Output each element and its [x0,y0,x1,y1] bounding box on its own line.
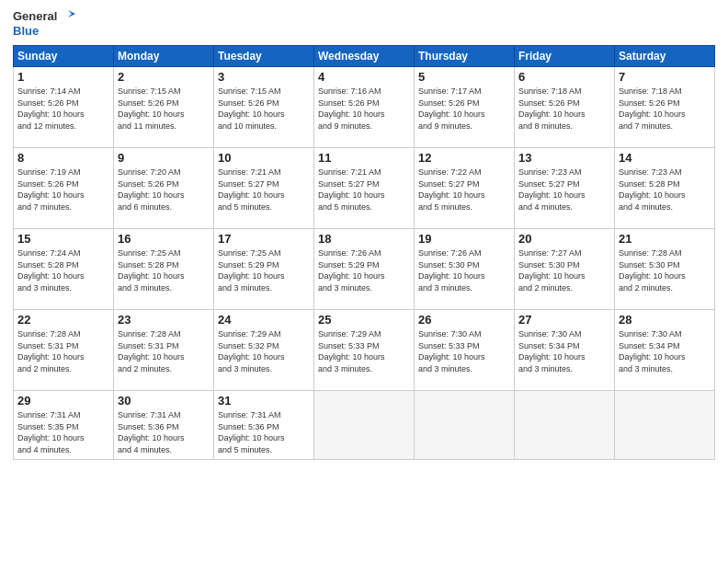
day-info: Sunrise: 7:30 AM Sunset: 5:33 PM Dayligh… [418,328,510,374]
calendar-day-cell [515,391,615,459]
day-number: 30 [118,394,210,408]
logo-bird-icon [59,10,75,23]
day-info: Sunrise: 7:14 AM Sunset: 5:26 PM Dayligh… [17,86,109,132]
day-info: Sunrise: 7:22 AM Sunset: 5:27 PM Dayligh… [418,167,510,213]
day-info: Sunrise: 7:26 AM Sunset: 5:29 PM Dayligh… [318,247,410,293]
day-number: 9 [118,151,210,165]
day-info: Sunrise: 7:24 AM Sunset: 5:28 PM Dayligh… [17,247,109,293]
calendar-day-cell: 18Sunrise: 7:26 AM Sunset: 5:29 PM Dayli… [314,229,415,310]
day-number: 20 [518,232,610,246]
day-number: 21 [619,232,711,246]
day-info: Sunrise: 7:23 AM Sunset: 5:28 PM Dayligh… [619,167,711,213]
day-info: Sunrise: 7:15 AM Sunset: 5:26 PM Dayligh… [118,86,210,132]
day-info: Sunrise: 7:19 AM Sunset: 5:26 PM Dayligh… [17,167,109,213]
day-number: 22 [17,313,109,327]
day-info: Sunrise: 7:15 AM Sunset: 5:26 PM Dayligh… [218,86,310,132]
day-header-friday: Friday [515,46,615,67]
day-info: Sunrise: 7:17 AM Sunset: 5:26 PM Dayligh… [418,86,510,132]
day-info: Sunrise: 7:28 AM Sunset: 5:30 PM Dayligh… [619,247,711,293]
day-number: 27 [518,313,610,327]
day-header-wednesday: Wednesday [314,46,415,67]
day-info: Sunrise: 7:28 AM Sunset: 5:31 PM Dayligh… [17,328,109,374]
calendar-day-cell [415,391,515,459]
calendar-day-cell: 8Sunrise: 7:19 AM Sunset: 5:26 PM Daylig… [14,148,114,229]
day-info: Sunrise: 7:27 AM Sunset: 5:30 PM Dayligh… [518,247,610,293]
day-number: 24 [218,313,310,327]
day-info: Sunrise: 7:18 AM Sunset: 5:26 PM Dayligh… [518,86,610,132]
calendar-day-cell: 27Sunrise: 7:30 AM Sunset: 5:34 PM Dayli… [515,310,615,391]
calendar-day-cell: 13Sunrise: 7:23 AM Sunset: 5:27 PM Dayli… [515,148,615,229]
calendar-day-cell: 15Sunrise: 7:24 AM Sunset: 5:28 PM Dayli… [14,229,114,310]
day-header-monday: Monday [114,46,214,67]
calendar-week-row: 29Sunrise: 7:31 AM Sunset: 5:35 PM Dayli… [14,391,715,459]
day-info: Sunrise: 7:21 AM Sunset: 5:27 PM Dayligh… [318,167,410,213]
calendar-day-cell: 5Sunrise: 7:17 AM Sunset: 5:26 PM Daylig… [415,67,515,148]
calendar-day-cell: 14Sunrise: 7:23 AM Sunset: 5:28 PM Dayli… [615,148,715,229]
day-number: 8 [17,151,109,165]
calendar-day-cell: 26Sunrise: 7:30 AM Sunset: 5:33 PM Dayli… [415,310,515,391]
calendar-day-cell: 23Sunrise: 7:28 AM Sunset: 5:31 PM Dayli… [114,310,214,391]
day-header-thursday: Thursday [415,46,515,67]
day-info: Sunrise: 7:25 AM Sunset: 5:29 PM Dayligh… [218,247,310,293]
day-number: 2 [118,70,210,84]
calendar-day-cell: 17Sunrise: 7:25 AM Sunset: 5:29 PM Dayli… [214,229,314,310]
day-number: 19 [418,232,510,246]
day-number: 31 [218,394,310,408]
calendar-day-cell: 12Sunrise: 7:22 AM Sunset: 5:27 PM Dayli… [415,148,515,229]
day-number: 11 [318,151,410,165]
day-number: 25 [318,313,410,327]
calendar-week-row: 1Sunrise: 7:14 AM Sunset: 5:26 PM Daylig… [14,67,715,148]
day-number: 3 [218,70,310,84]
header: General Blue [13,9,715,38]
day-info: Sunrise: 7:31 AM Sunset: 5:36 PM Dayligh… [218,409,310,455]
calendar-day-cell: 19Sunrise: 7:26 AM Sunset: 5:30 PM Dayli… [415,229,515,310]
calendar-table: SundayMondayTuesdayWednesdayThursdayFrid… [13,45,715,459]
day-number: 17 [218,232,310,246]
day-info: Sunrise: 7:18 AM Sunset: 5:26 PM Dayligh… [619,86,711,132]
day-number: 14 [619,151,711,165]
day-info: Sunrise: 7:29 AM Sunset: 5:33 PM Dayligh… [318,328,410,374]
day-info: Sunrise: 7:30 AM Sunset: 5:34 PM Dayligh… [619,328,711,374]
day-number: 29 [17,394,109,408]
calendar-day-cell: 21Sunrise: 7:28 AM Sunset: 5:30 PM Dayli… [615,229,715,310]
day-number: 4 [318,70,410,84]
day-info: Sunrise: 7:25 AM Sunset: 5:28 PM Dayligh… [118,247,210,293]
calendar-day-cell: 10Sunrise: 7:21 AM Sunset: 5:27 PM Dayli… [214,148,314,229]
calendar-day-cell: 1Sunrise: 7:14 AM Sunset: 5:26 PM Daylig… [14,67,114,148]
day-number: 6 [518,70,610,84]
logo-text: General Blue [13,9,75,38]
day-number: 1 [17,70,109,84]
day-number: 10 [218,151,310,165]
calendar-day-cell [314,391,415,459]
calendar-day-cell: 22Sunrise: 7:28 AM Sunset: 5:31 PM Dayli… [14,310,114,391]
main-container: General Blue SundayMondayTuesdayWednesda… [0,0,728,563]
day-header-sunday: Sunday [14,46,114,67]
calendar-day-cell: 2Sunrise: 7:15 AM Sunset: 5:26 PM Daylig… [114,67,214,148]
calendar-day-cell: 25Sunrise: 7:29 AM Sunset: 5:33 PM Dayli… [314,310,415,391]
day-number: 15 [17,232,109,246]
day-info: Sunrise: 7:20 AM Sunset: 5:26 PM Dayligh… [118,167,210,213]
calendar-header-row: SundayMondayTuesdayWednesdayThursdayFrid… [14,46,715,67]
svg-marker-0 [68,10,75,17]
day-number: 23 [118,313,210,327]
day-info: Sunrise: 7:31 AM Sunset: 5:36 PM Dayligh… [118,409,210,455]
day-info: Sunrise: 7:29 AM Sunset: 5:32 PM Dayligh… [218,328,310,374]
logo: General Blue [13,9,75,38]
day-info: Sunrise: 7:23 AM Sunset: 5:27 PM Dayligh… [518,167,610,213]
day-number: 12 [418,151,510,165]
calendar-day-cell: 4Sunrise: 7:16 AM Sunset: 5:26 PM Daylig… [314,67,415,148]
calendar-day-cell: 20Sunrise: 7:27 AM Sunset: 5:30 PM Dayli… [515,229,615,310]
calendar-day-cell [615,391,715,459]
calendar-day-cell: 11Sunrise: 7:21 AM Sunset: 5:27 PM Dayli… [314,148,415,229]
calendar-day-cell: 7Sunrise: 7:18 AM Sunset: 5:26 PM Daylig… [615,67,715,148]
day-number: 13 [518,151,610,165]
day-number: 16 [118,232,210,246]
day-info: Sunrise: 7:28 AM Sunset: 5:31 PM Dayligh… [118,328,210,374]
calendar-day-cell: 29Sunrise: 7:31 AM Sunset: 5:35 PM Dayli… [14,391,114,459]
day-number: 26 [418,313,510,327]
day-info: Sunrise: 7:16 AM Sunset: 5:26 PM Dayligh… [318,86,410,132]
day-number: 28 [619,313,711,327]
calendar-week-row: 8Sunrise: 7:19 AM Sunset: 5:26 PM Daylig… [14,148,715,229]
day-info: Sunrise: 7:31 AM Sunset: 5:35 PM Dayligh… [17,409,109,455]
day-header-saturday: Saturday [615,46,715,67]
